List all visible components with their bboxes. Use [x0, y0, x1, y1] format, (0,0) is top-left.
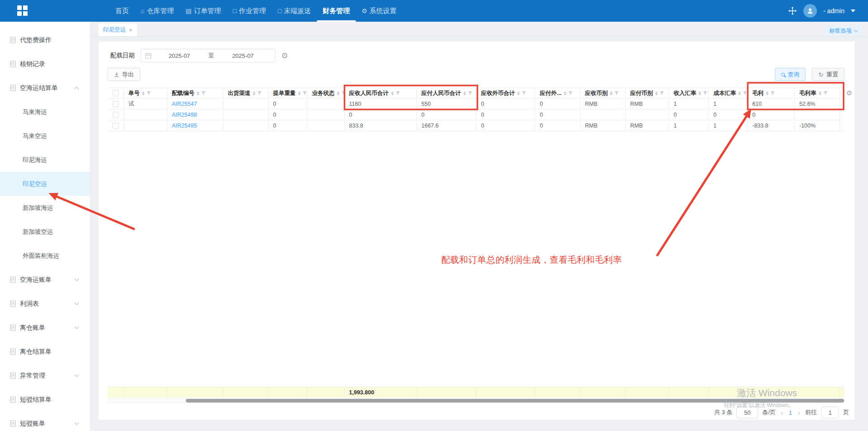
tab-yinni-kongyun[interactable]: 印尼空运 ×	[99, 24, 137, 36]
sidebar-item-7[interactable]: 新加坡海运	[0, 196, 90, 220]
user-name-label[interactable]: - admin	[823, 7, 844, 14]
column-header-12[interactable]: 收入汇率	[669, 88, 709, 98]
sort-carets-icon[interactable]	[698, 90, 701, 97]
column-header-8[interactable]: 应收外币合计	[476, 88, 535, 98]
row-checkbox[interactable]	[113, 112, 119, 118]
sort-carets-icon[interactable]	[819, 90, 821, 97]
sort-carets-icon[interactable]	[391, 90, 394, 97]
sort-carets-icon[interactable]	[197, 90, 199, 97]
reset-button[interactable]: ↻ 重置	[812, 68, 844, 81]
sort-carets-icon[interactable]	[253, 90, 255, 97]
sidebar-item-0[interactable]: 代垫费操作	[0, 28, 90, 52]
sidebar-item-12[interactable]: 离仓账单	[0, 316, 90, 340]
sidebar-item-9[interactable]: 外面装柜海运	[0, 244, 90, 268]
app-logo-grid-icon[interactable]	[17, 5, 28, 16]
sidebar-item-13[interactable]: 离仓结算单	[0, 340, 90, 364]
shipment-link[interactable]: AIR25498	[167, 109, 223, 120]
filter-funnel-icon[interactable]	[703, 91, 708, 95]
sidebar-item-2[interactable]: 空海运结算单	[0, 76, 90, 100]
prev-page-arrow[interactable]: ‹	[780, 409, 784, 417]
filter-funnel-icon[interactable]	[743, 91, 747, 95]
sidebar-item-8[interactable]: 新加坡空运	[0, 220, 90, 244]
next-page-arrow[interactable]: ›	[797, 409, 801, 417]
column-label: 收入汇率	[674, 90, 696, 97]
goto-page-input[interactable]: 1	[821, 407, 839, 418]
nav-item-2[interactable]: ▤订单管理	[179, 0, 226, 22]
sidebar-item-16[interactable]: 短驳账单	[0, 412, 90, 431]
filter-funnel-icon[interactable]	[146, 91, 151, 95]
nav-item-4[interactable]: □末端派送	[272, 0, 316, 22]
tag-options-button[interactable]: 标签选项	[825, 26, 862, 36]
filter-funnel-icon[interactable]	[568, 91, 573, 95]
sort-carets-icon[interactable]	[738, 90, 741, 97]
user-avatar[interactable]	[803, 4, 817, 18]
user-menu-caret-icon[interactable]	[851, 9, 855, 14]
sort-carets-icon[interactable]	[655, 90, 658, 97]
column-header-13[interactable]: 成本汇率	[709, 88, 748, 98]
sidebar-item-5[interactable]: 印尼海运	[0, 148, 90, 172]
select-all-header[interactable]	[108, 88, 124, 98]
filter-funnel-icon[interactable]	[257, 91, 262, 95]
nav-item-6[interactable]: ⚙系统设置	[356, 0, 403, 22]
filter-funnel-icon[interactable]	[660, 91, 664, 95]
filter-funnel-icon[interactable]	[201, 91, 206, 95]
sidebar-item-11[interactable]: 利润表	[0, 292, 90, 316]
column-header-10[interactable]: 应收币别	[580, 88, 626, 98]
sort-carets-icon[interactable]	[142, 90, 145, 97]
column-header-11[interactable]: 应付币别	[626, 88, 669, 98]
query-button[interactable]: 查询	[775, 68, 806, 81]
column-header-6[interactable]: 应收人民币合计	[344, 88, 417, 98]
nav-item-5[interactable]: 财务管理	[317, 0, 356, 22]
date-range-input[interactable]: 2025-07 至 2025-07	[141, 49, 275, 62]
summary-receivable-total: 1,993.800	[344, 387, 417, 398]
sidebar-item-1[interactable]: 核销记录	[0, 52, 90, 76]
filter-funnel-icon[interactable]	[614, 91, 619, 95]
filter-funnel-icon[interactable]	[823, 91, 828, 95]
filter-funnel-icon[interactable]	[770, 91, 775, 95]
current-page-number[interactable]: 1	[788, 409, 793, 416]
filter-funnel-icon[interactable]	[341, 91, 344, 95]
nav-item-0[interactable]: 首页	[109, 0, 135, 22]
sidebar-item-10[interactable]: 空海运账单	[0, 268, 90, 292]
sidebar-item-14[interactable]: 异常管理	[0, 364, 90, 388]
sort-carets-icon[interactable]	[337, 90, 340, 97]
move-pan-icon[interactable]	[788, 6, 797, 15]
column-label: 业务状态	[312, 90, 335, 97]
filter-funnel-icon[interactable]	[396, 91, 400, 95]
export-button[interactable]: 导出	[108, 68, 140, 81]
filter-funnel-icon[interactable]	[302, 91, 307, 95]
sidebar-item-3[interactable]: 马来海运	[0, 100, 90, 124]
column-header-2[interactable]: 配载编号	[167, 88, 223, 98]
filter-funnel-icon[interactable]	[468, 91, 472, 95]
row-checkbox[interactable]	[113, 123, 119, 129]
sort-carets-icon[interactable]	[463, 90, 466, 97]
column-header-7[interactable]: 应付人民币合计	[417, 88, 476, 98]
column-header-15[interactable]: 毛利率	[795, 88, 840, 98]
column-settings-gear-icon[interactable]: ⚙	[846, 90, 852, 96]
shipment-link[interactable]: AIR25547	[167, 99, 223, 109]
sort-carets-icon[interactable]	[610, 90, 613, 97]
sidebar-item-6[interactable]: 印尼空运	[0, 172, 90, 196]
filter-funnel-icon[interactable]	[522, 91, 526, 95]
column-header-3[interactable]: 出货渠道	[223, 88, 269, 98]
tab-close-icon[interactable]: ×	[129, 27, 132, 33]
column-header-1[interactable]: 单号	[124, 88, 167, 98]
per-page-suffix-label: 条/页	[762, 408, 776, 417]
sort-carets-icon[interactable]	[766, 90, 769, 97]
sort-carets-icon[interactable]	[517, 90, 520, 97]
filter-settings-gear-icon[interactable]: ⚙	[281, 52, 288, 60]
nav-item-3[interactable]: □作业管理	[227, 0, 272, 22]
column-header-5[interactable]: 业务状态	[307, 88, 344, 98]
column-header-14[interactable]: 毛利	[748, 88, 795, 98]
sort-carets-icon[interactable]	[298, 90, 301, 97]
row-select-cell	[108, 99, 124, 109]
column-header-4[interactable]: 提单重量	[269, 88, 307, 98]
sidebar-item-4[interactable]: 马来空运	[0, 124, 90, 148]
shipment-link[interactable]: AIR25495	[167, 120, 223, 131]
sidebar-item-15[interactable]: 短驳结算单	[0, 388, 90, 412]
column-header-9[interactable]: 应付外...	[535, 88, 580, 98]
select-all-checkbox[interactable]	[113, 90, 119, 96]
sort-carets-icon[interactable]	[564, 90, 566, 97]
row-checkbox[interactable]	[113, 101, 119, 107]
nav-item-1[interactable]: ⌂仓库管理	[135, 0, 179, 22]
